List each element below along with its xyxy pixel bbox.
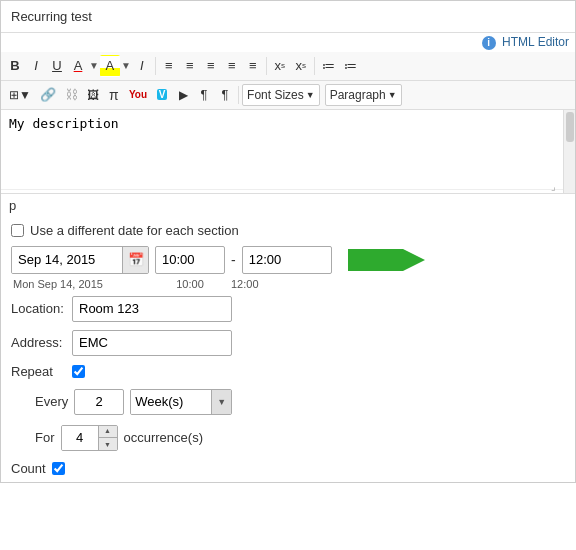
editor-container: ⌟: [1, 110, 575, 194]
every-row: Every Week(s) Day(s) Month(s) Year(s) ▼: [11, 389, 565, 415]
align-right-button[interactable]: ≡: [201, 55, 221, 77]
different-date-checkbox[interactable]: [11, 224, 24, 237]
video-button[interactable]: ▶: [173, 84, 193, 106]
address-input[interactable]: [72, 330, 232, 356]
address-label: Address:: [11, 335, 66, 350]
page-wrapper: Recurring test i HTML Editor B I U A ▼ A…: [0, 0, 576, 483]
repeat-label: Repeat: [11, 364, 66, 379]
for-label: For: [35, 430, 55, 445]
toolbar-row-2: ⊞▼ 🔗 ⛓ 🖼 π You V ▶ ¶ ¶ Font Sizes ▼ Para…: [1, 81, 575, 110]
superscript-button[interactable]: xs: [270, 55, 290, 77]
page-title: Recurring test: [11, 9, 92, 24]
paragraph-arrow: ▼: [388, 90, 397, 100]
separator-1: [155, 57, 156, 75]
arrow-container: [348, 249, 425, 271]
italic-button[interactable]: I: [26, 55, 46, 77]
ordered-list-button[interactable]: ≔: [340, 55, 361, 77]
count-label: Count: [11, 461, 46, 476]
font-color-button[interactable]: A: [68, 55, 88, 77]
indent-button[interactable]: ≡: [243, 55, 263, 77]
count-row: Count: [11, 461, 565, 476]
hint-time-end: 12:00: [231, 278, 321, 290]
every-label: Every: [35, 394, 68, 409]
p-marker: p: [9, 198, 16, 213]
link-button[interactable]: 🔗: [36, 84, 60, 106]
occurrence-label: occurrence(s): [124, 430, 203, 445]
time-dash: -: [231, 252, 236, 268]
para-mark-button[interactable]: ¶: [194, 84, 214, 106]
clear-format-button[interactable]: I: [132, 55, 152, 77]
location-input[interactable]: [72, 296, 232, 322]
separator-3: [314, 57, 315, 75]
pi-button[interactable]: π: [104, 84, 124, 106]
table-button[interactable]: ⊞▼: [5, 84, 35, 106]
bold-button[interactable]: B: [5, 55, 25, 77]
align-center-button[interactable]: ≡: [180, 55, 200, 77]
vimeo-icon: V: [157, 89, 168, 100]
paragraph-dropdown[interactable]: Paragraph ▼: [325, 84, 402, 106]
repeat-row: Repeat: [11, 364, 565, 379]
font-sizes-dropdown[interactable]: Font Sizes ▼: [242, 84, 320, 106]
hint-date: Mon Sep 14, 2015: [13, 278, 149, 290]
font-sizes-label: Font Sizes: [247, 88, 304, 102]
period-select-arrow[interactable]: ▼: [211, 389, 231, 415]
youtube-icon: You: [129, 89, 147, 100]
period-select[interactable]: Week(s) Day(s) Month(s) Year(s): [131, 389, 211, 415]
unlink-button[interactable]: ⛓: [61, 84, 82, 106]
align-left-button[interactable]: ≡: [159, 55, 179, 77]
spinner-up-button[interactable]: ▲: [99, 425, 117, 438]
subscript-button[interactable]: xs: [291, 55, 311, 77]
location-row: Location:: [11, 296, 565, 322]
date-input[interactable]: [12, 246, 122, 274]
location-label: Location:: [11, 301, 66, 316]
html-editor-link: i HTML Editor: [1, 33, 575, 52]
occurrence-input[interactable]: [62, 425, 98, 451]
for-row: For ▲ ▼ occurrence(s): [11, 425, 565, 451]
date-time-row: 📅 -: [11, 246, 565, 274]
period-select-wrap: Week(s) Day(s) Month(s) Year(s) ▼: [130, 389, 232, 415]
end-time-input[interactable]: [242, 246, 332, 274]
highlight-color-button[interactable]: A: [100, 55, 120, 77]
different-date-row: Use a different date for each section: [11, 223, 565, 238]
unordered-list-button[interactable]: ≔: [318, 55, 339, 77]
hint-time-start: 10:00: [155, 278, 225, 290]
calendar-button[interactable]: 📅: [122, 246, 148, 274]
hint-row: Mon Sep 14, 2015 10:00 12:00: [11, 278, 565, 290]
occurrence-spinner-wrap: ▲ ▼: [61, 425, 118, 451]
para-mark2-button[interactable]: ¶: [215, 84, 235, 106]
resize-handle[interactable]: ⌟: [551, 181, 561, 191]
start-time-input[interactable]: [155, 246, 225, 274]
separator-4: [238, 86, 239, 104]
html-editor-button[interactable]: HTML Editor: [502, 35, 569, 49]
editor-scrollbar[interactable]: [563, 110, 575, 193]
address-row: Address:: [11, 330, 565, 356]
paragraph-tag: p: [1, 194, 575, 217]
date-input-wrap: 📅: [11, 246, 149, 274]
form-section: Use a different date for each section 📅 …: [1, 217, 575, 482]
toolbar-row-1: B I U A ▼ A ▼ I ≡ ≡ ≡ ≡ ≡ xs xs ≔ ≔: [1, 52, 575, 81]
youtube-button[interactable]: You: [125, 84, 151, 106]
arrow-body: [348, 249, 403, 271]
different-date-label: Use a different date for each section: [30, 223, 239, 238]
scrollbar-thumb: [566, 112, 574, 142]
info-icon: i: [482, 36, 496, 50]
title-bar: Recurring test: [1, 1, 575, 33]
every-input[interactable]: [74, 389, 124, 415]
image-button[interactable]: 🖼: [83, 84, 103, 106]
repeat-checkbox[interactable]: [72, 365, 85, 378]
editor-textarea[interactable]: [1, 110, 575, 190]
spinner-down-button[interactable]: ▼: [99, 438, 117, 451]
underline-button[interactable]: U: [47, 55, 67, 77]
font-sizes-arrow: ▼: [306, 90, 315, 100]
paragraph-label: Paragraph: [330, 88, 386, 102]
separator-2: [266, 57, 267, 75]
vimeo-button[interactable]: V: [152, 84, 172, 106]
arrow-head: [403, 249, 425, 271]
count-checkbox[interactable]: [52, 462, 65, 475]
align-justify-button[interactable]: ≡: [222, 55, 242, 77]
spinner-buttons: ▲ ▼: [98, 425, 117, 451]
